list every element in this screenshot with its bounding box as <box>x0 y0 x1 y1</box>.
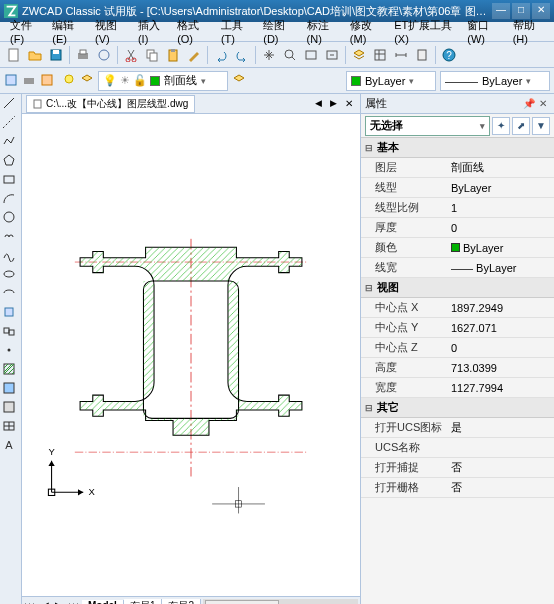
revcloud-icon[interactable] <box>2 229 20 247</box>
current-layer-dropdown[interactable]: 💡 ☀ 🔓 剖面线 <box>98 71 228 91</box>
tabnav-next[interactable]: ▶ <box>52 600 66 604</box>
tab-layout1[interactable]: 布局1 <box>124 599 163 605</box>
block-icon[interactable] <box>2 324 20 342</box>
gradient-icon[interactable] <box>2 381 20 399</box>
prop-row[interactable]: 线宽—— ByLayer <box>361 258 554 278</box>
match-icon[interactable] <box>184 45 204 65</box>
prop-value[interactable]: 1 <box>447 198 554 217</box>
quickselect-icon[interactable]: ✦ <box>492 117 510 135</box>
menu-修改(M)[interactable]: 修改(M) <box>344 16 388 47</box>
menu-编辑(E)[interactable]: 编辑(E) <box>46 16 89 47</box>
prop-value[interactable]: ByLayer <box>447 238 554 257</box>
prop-value[interactable]: 0 <box>447 338 554 357</box>
prop-value[interactable]: —— ByLayer <box>447 258 554 277</box>
prop-value[interactable]: 1627.071 <box>447 318 554 337</box>
point-icon[interactable] <box>2 343 20 361</box>
prop-row[interactable]: 打开栅格否 <box>361 478 554 498</box>
prop-row[interactable]: 宽度1127.7994 <box>361 378 554 398</box>
prop-value[interactable]: 剖面线 <box>447 158 554 177</box>
menu-格式(O)[interactable]: 格式(O) <box>171 16 215 47</box>
qnew-icon[interactable] <box>4 73 18 89</box>
pickadd-icon[interactable]: ⬈ <box>512 117 530 135</box>
prop-row[interactable]: 高度713.0399 <box>361 358 554 378</box>
redo-icon[interactable] <box>232 45 252 65</box>
prop-value[interactable]: 0 <box>447 218 554 237</box>
prop-row[interactable]: 颜色ByLayer <box>361 238 554 258</box>
prop-value[interactable] <box>447 438 554 457</box>
close-panel-icon[interactable]: ✕ <box>536 97 550 111</box>
prop-value[interactable]: 713.0399 <box>447 358 554 377</box>
prop-group[interactable]: 基本 <box>361 138 554 158</box>
prop-row[interactable]: 厚度0 <box>361 218 554 238</box>
prop-value[interactable]: 否 <box>447 478 554 497</box>
layer-bulb-icon[interactable] <box>62 73 76 89</box>
region-icon[interactable] <box>2 400 20 418</box>
selectobj-icon[interactable]: ▼ <box>532 117 550 135</box>
selection-dropdown[interactable]: 无选择 <box>365 116 490 136</box>
open-icon[interactable] <box>25 45 45 65</box>
tabnav-prev[interactable]: ◀ <box>38 600 52 604</box>
menu-窗口(W)[interactable]: 窗口(W) <box>461 16 506 47</box>
menu-文件(F)[interactable]: 文件(F) <box>4 16 46 47</box>
menu-插入(I)[interactable]: 插入(I) <box>132 16 171 47</box>
prop-group[interactable]: 视图 <box>361 278 554 298</box>
layer-manager-icon[interactable] <box>80 73 94 89</box>
layers-icon[interactable] <box>349 45 369 65</box>
hscrollbar[interactable] <box>203 599 358 605</box>
prop-row[interactable]: 线型ByLayer <box>361 178 554 198</box>
preview-icon[interactable] <box>94 45 114 65</box>
undo-icon[interactable] <box>211 45 231 65</box>
prop-row[interactable]: 中心点 Y1627.071 <box>361 318 554 338</box>
props-icon[interactable] <box>370 45 390 65</box>
publish-icon[interactable] <box>40 73 54 89</box>
prop-value[interactable]: 1127.7994 <box>447 378 554 397</box>
menu-ET扩展工具(X)[interactable]: ET扩展工具(X) <box>388 16 461 47</box>
pan-icon[interactable] <box>259 45 279 65</box>
prop-value[interactable]: 是 <box>447 418 554 437</box>
prop-group[interactable]: 其它 <box>361 398 554 418</box>
insert-icon[interactable] <box>2 305 20 323</box>
property-grid[interactable]: 基本图层剖面线线型ByLayer线型比例1厚度0颜色ByLayer线宽—— By… <box>361 138 554 604</box>
mtext-icon[interactable]: A <box>2 438 20 456</box>
menu-绘图(D)[interactable]: 绘图(D) <box>257 16 300 47</box>
plot-icon[interactable] <box>22 73 36 89</box>
rect-icon[interactable] <box>2 172 20 190</box>
cut-icon[interactable] <box>121 45 141 65</box>
ellipsearc-icon[interactable] <box>2 286 20 304</box>
prop-row[interactable]: 打开捕捉否 <box>361 458 554 478</box>
arc-icon[interactable] <box>2 191 20 209</box>
polygon-icon[interactable] <box>2 153 20 171</box>
prop-value[interactable]: ByLayer <box>447 178 554 197</box>
prop-row[interactable]: 打开UCS图标是 <box>361 418 554 438</box>
menu-帮助(H)[interactable]: 帮助(H) <box>507 16 550 47</box>
tab-model[interactable]: Model <box>82 600 124 604</box>
circle-icon[interactable] <box>2 210 20 228</box>
prop-value[interactable]: 否 <box>447 458 554 477</box>
paste-icon[interactable] <box>163 45 183 65</box>
print-icon[interactable] <box>73 45 93 65</box>
tab-layout2[interactable]: 布局2 <box>162 599 201 605</box>
zoomwin-icon[interactable] <box>301 45 321 65</box>
layer-prev-icon[interactable] <box>232 73 246 89</box>
tabnav-first[interactable]: ⏮ <box>22 600 38 604</box>
pline-icon[interactable] <box>2 134 20 152</box>
spline-icon[interactable] <box>2 248 20 266</box>
doc-scroll-right[interactable]: ▶ <box>327 98 340 109</box>
menu-工具(T)[interactable]: 工具(T) <box>215 16 257 47</box>
line-icon[interactable] <box>2 96 20 114</box>
pin-icon[interactable]: 📌 <box>522 97 536 111</box>
help-icon[interactable]: ? <box>439 45 459 65</box>
doc-tab-active[interactable]: C:\...改【中心线】图层线型.dwg <box>26 95 195 113</box>
doc-scroll-left[interactable]: ◀ <box>312 98 325 109</box>
linetype-dropdown[interactable]: ——— ByLayer <box>440 71 550 91</box>
prop-row[interactable]: 图层剖面线 <box>361 158 554 178</box>
xline-icon[interactable] <box>2 115 20 133</box>
calc-icon[interactable] <box>412 45 432 65</box>
copy-icon[interactable] <box>142 45 162 65</box>
doc-close[interactable]: ✕ <box>342 98 356 109</box>
menu-视图(V)[interactable]: 视图(V) <box>89 16 132 47</box>
ellipse-icon[interactable] <box>2 267 20 285</box>
color-dropdown[interactable]: ByLayer <box>346 71 436 91</box>
zoomprev-icon[interactable] <box>322 45 342 65</box>
prop-value[interactable]: 1897.2949 <box>447 298 554 317</box>
